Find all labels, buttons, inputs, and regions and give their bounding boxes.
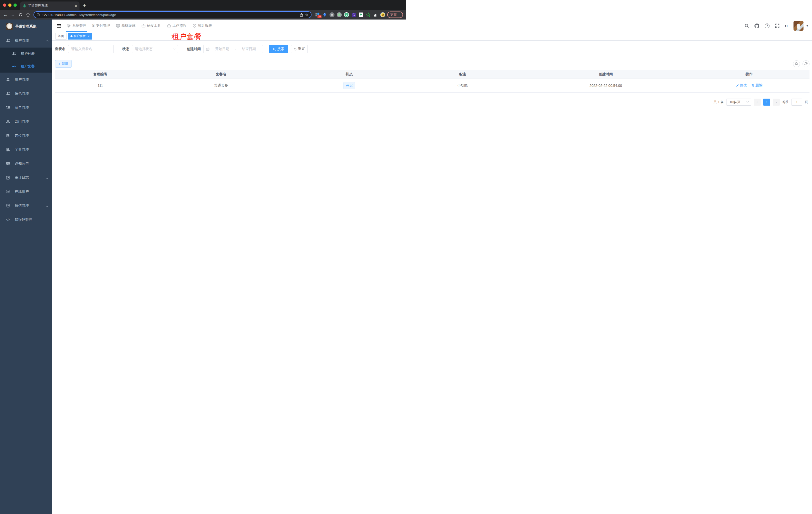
forward-button[interactable]: →	[9, 11, 17, 18]
sidebar-item-role-management[interactable]: 角色管理	[0, 87, 52, 101]
home-button[interactable]	[25, 11, 31, 18]
search-button[interactable]: 搜索	[269, 45, 288, 53]
toolbox-icon	[142, 24, 145, 28]
share-icon[interactable]	[299, 13, 303, 17]
extension-green-flag-icon[interactable]: ⚑	[358, 12, 364, 17]
address-bar[interactable]: 127.0.0.1:48080/admin-ui/system/tenant/p…	[33, 11, 312, 18]
start-date-placeholder: 开始日期	[210, 47, 234, 51]
extension-sketch-icon[interactable]	[322, 12, 327, 17]
extension-gray-green-dot-icon[interactable]	[337, 12, 342, 17]
select-placeholder: 请选择状态	[135, 47, 152, 51]
extensions-area: 10 ⌘ V ⚑	[315, 12, 385, 17]
extension-purple-shield-icon[interactable]	[351, 12, 356, 17]
url-text[interactable]: 127.0.0.1:48080/admin-ui/system/tenant/p…	[42, 13, 297, 17]
search-button-label: 搜索	[277, 47, 284, 51]
cell-status: 开启	[296, 79, 402, 92]
extension-badge: 10	[318, 15, 321, 18]
sidebar-item-tenant-package[interactable]: 租户套餐	[0, 60, 52, 73]
extension-octotree-star-icon[interactable]	[366, 12, 371, 17]
reload-button[interactable]	[17, 11, 24, 18]
sidebar-item-label: 通知公告	[15, 161, 48, 166]
plus-icon: +	[58, 62, 60, 66]
nav-tab-statistics-report[interactable]: 统计报表	[190, 20, 215, 32]
sidebar-item-label: 短信管理	[15, 204, 46, 208]
site-info-icon[interactable]	[36, 13, 40, 17]
tag-home[interactable]: 首页	[56, 33, 66, 39]
sidebar-item-error-code-management[interactable]: </> 错误码管理	[0, 213, 52, 227]
sidebar-item-label: 菜单管理	[15, 105, 48, 110]
tags-view-bar: 首页 租户套餐 ×	[52, 32, 406, 40]
tag-label: 租户套餐	[74, 34, 86, 38]
column-header-package-name: 套餐名	[145, 70, 296, 79]
sidebar-submenu-tenant: 租户列表 租户套餐	[0, 48, 52, 73]
sidebar-item-tenant-list[interactable]: 租户列表	[0, 48, 52, 60]
sidebar: 芋道管理系统 租户管理 租户列表 租户套餐	[0, 20, 52, 257]
new-tab-button[interactable]: +	[83, 3, 86, 8]
add-button[interactable]: + 新增	[55, 60, 72, 67]
cell-package-name: 普通套餐	[145, 79, 296, 92]
table-toolbar: + 新增	[55, 60, 406, 67]
sidebar-item-department-management[interactable]: 部门管理	[0, 115, 52, 129]
extension-command-icon[interactable]: ⌘	[329, 12, 335, 17]
sidebar-logo-row[interactable]: 芋道管理系统	[0, 20, 52, 33]
package-name-input[interactable]: 请输入套餐名	[68, 45, 114, 53]
tag-tenant-package[interactable]: 租户套餐 ×	[68, 33, 92, 39]
tab-close-icon[interactable]: ×	[75, 4, 77, 8]
table-row[interactable]: 111 普通套餐 开启 小功能 2022-02-22 00:54:00 修改	[55, 79, 406, 92]
sidebar-item-online-users[interactable]: 在线用户	[0, 185, 52, 199]
tab-title: 芋道管理系统	[28, 3, 73, 8]
page-title-overlay: 租户套餐	[172, 32, 202, 40]
extension-emoji-face-icon[interactable]	[380, 12, 385, 17]
date-range-picker[interactable]: 开始日期 - 结束日期	[203, 45, 263, 53]
status-label: 状态	[122, 47, 129, 51]
browser-toolbar: ← → 127.0.0.1:48080/admin-ui/system/tena…	[0, 10, 406, 20]
browser-menu-icon[interactable]: ⋮	[398, 13, 401, 17]
browser-tab-strip: 芋道管理系统 × +	[0, 0, 406, 10]
monitor-icon	[116, 24, 120, 28]
broadcast-user-icon	[6, 190, 10, 194]
reset-button-label: 重置	[298, 47, 305, 51]
extension-tampermonkey-icon[interactable]: 10	[315, 12, 320, 17]
app-logo-rabbit-image	[6, 23, 13, 30]
cell-package-id: 111	[55, 79, 145, 92]
active-tag-dot	[70, 35, 72, 37]
chevron-down-icon	[173, 47, 175, 50]
tab-favicon-plant-icon	[23, 4, 26, 8]
window-minimize-button[interactable]	[8, 3, 11, 7]
extensions-puzzle-icon[interactable]	[373, 12, 378, 17]
nav-tab-system-management[interactable]: 系统管理	[64, 20, 89, 32]
sidebar-item-label: 审计日志	[15, 175, 46, 180]
nav-tab-label: 系统管理	[72, 24, 86, 28]
sidebar-item-post-management[interactable]: 岗位管理	[0, 129, 52, 143]
nav-tab-infrastructure[interactable]: 基础设施	[113, 20, 139, 32]
reset-button[interactable]: 重置	[291, 45, 308, 53]
status-badge[interactable]: 开启	[343, 82, 355, 89]
user-icon	[6, 78, 10, 82]
package-name-label: 套餐名	[55, 47, 65, 51]
browser-tab[interactable]: 芋道管理系统 ×	[20, 1, 80, 10]
sidebar-item-audit-log[interactable]: 审计日志	[0, 171, 52, 185]
sidebar-item-sms-management[interactable]: 短信管理	[0, 199, 52, 213]
edit-log-icon	[6, 176, 10, 180]
tag-close-icon[interactable]: ×	[88, 34, 89, 38]
chrome-update-button[interactable]: 更新 ⋮	[387, 11, 403, 18]
window-zoom-button[interactable]	[13, 3, 17, 7]
extension-vue-devtools-icon[interactable]: V	[344, 12, 349, 17]
bookmark-star-icon[interactable]: ☆	[305, 12, 309, 17]
sidebar-item-tenant-management[interactable]: 租户管理	[0, 33, 52, 48]
dashboard-icon	[193, 24, 197, 28]
status-select[interactable]: 请选择状态	[132, 45, 178, 53]
sidebar-item-user-management[interactable]: 用户管理	[0, 73, 52, 87]
sidebar-collapse-icon[interactable]	[54, 24, 64, 28]
sidebar-item-dict-management[interactable]: 字典管理	[0, 143, 52, 157]
nav-tab-workflow[interactable]: 工作流程	[164, 20, 190, 32]
nav-tab-payment-management[interactable]: ¥ 支付管理	[89, 20, 113, 32]
window-close-button[interactable]	[3, 3, 6, 7]
sidebar-item-notice-announcement[interactable]: 通知公告	[0, 157, 52, 171]
nav-tab-dev-tools[interactable]: 研发工具	[139, 20, 164, 32]
add-button-label: 新增	[62, 61, 68, 66]
back-button[interactable]: ←	[2, 11, 9, 18]
create-time-label: 创建时间	[187, 47, 201, 51]
sidebar-item-menu-management[interactable]: 菜单管理	[0, 101, 52, 115]
main-area: 租户套餐 系统管理 ¥ 支付管理 基础设施	[52, 20, 406, 257]
